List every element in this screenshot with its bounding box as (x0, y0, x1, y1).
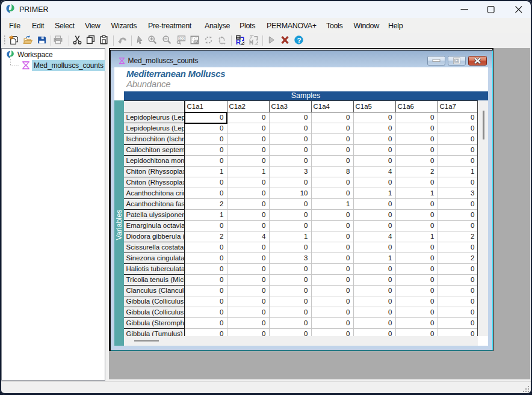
svg-text:100: 100 (179, 37, 185, 40)
svg-text:R: R (236, 38, 241, 45)
svg-text:?: ? (297, 36, 301, 44)
